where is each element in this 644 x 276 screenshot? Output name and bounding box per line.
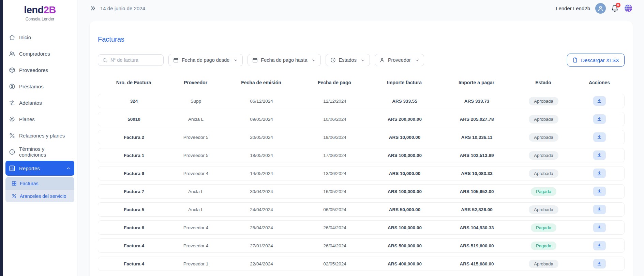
cell-actions [574, 205, 624, 214]
file-icon [572, 57, 578, 63]
chevron-down-icon [361, 58, 365, 62]
cell-payable-amount: ARS 333.73 [441, 99, 513, 104]
cell-status: Aprobada [513, 169, 574, 178]
status-badge: Aprobada [529, 133, 558, 142]
coin-icon [9, 83, 15, 90]
sidebar-item-planes[interactable]: Planes [5, 112, 74, 127]
sidebar-item-reportes[interactable]: Reportes [5, 161, 74, 176]
invoices-table: Nro. de Factura Proveedor Fecha de emisi… [98, 75, 625, 271]
date-from-filter[interactable]: Fecha de pago desde [168, 54, 243, 66]
col-header-nro-de-factura: Nro. de Factura [98, 80, 169, 85]
cell-actions [574, 150, 624, 160]
people-icon [9, 50, 15, 57]
submenu-item-aranceles-del-servicio[interactable]: Aranceles del servicio [5, 190, 74, 202]
cell-actions [574, 187, 624, 196]
notification-bell-icon[interactable]: 0 [611, 4, 619, 12]
cell-provider: Proveedor 5 [170, 153, 222, 158]
sidebar-item-inicio[interactable]: Inicio [5, 30, 74, 45]
user-name: Lender Lend2b [556, 5, 590, 11]
table-row: Factura 1 Proveedor 5 18/05/2024 17/06/2… [98, 148, 625, 162]
cell-payment-date: 16/05/2024 [301, 189, 369, 194]
cell-provider: Supp [170, 99, 222, 104]
cell-payment-date: 06/05/2024 [301, 207, 369, 212]
sidebar-item-adelantos[interactable]: Adelantos [5, 95, 74, 110]
download-row-button[interactable] [593, 132, 606, 142]
table-row: Factura 7 Ancla L 30/04/2024 16/05/2024 … [98, 184, 625, 199]
date-to-filter[interactable]: Fecha de pago hasta [248, 54, 320, 66]
cell-invoice-number: Factura 6 [98, 225, 170, 230]
cell-invoice-number: Factura 5 [98, 207, 170, 212]
col-header-fecha-pago: Fecha de pago [301, 80, 368, 85]
cell-status: Aprobada [513, 151, 574, 160]
download-icon [597, 152, 602, 158]
brand-name-primary: lend [24, 4, 44, 15]
double-chevron-right-icon[interactable] [90, 5, 96, 12]
cell-actions [574, 114, 624, 124]
cell-invoice-amount: ARS 100,000.00 [369, 225, 441, 230]
states-label: Estados [339, 57, 357, 63]
cell-status: Aprobada [513, 205, 574, 214]
download-row-button[interactable] [593, 114, 606, 124]
cell-issue-date: 20/05/2024 [222, 135, 301, 140]
download-row-button[interactable] [593, 169, 606, 178]
invoice-table-body: 324 Supp 06/12/2024 12/12/2024 ARS 333.5… [98, 94, 625, 271]
download-row-button[interactable] [593, 205, 606, 214]
page-title: Facturas [98, 35, 625, 43]
cell-payable-amount: ARS 102,513.89 [441, 153, 513, 158]
date-from-label: Fecha de pago desde [182, 57, 229, 63]
cell-issue-date: 24/04/2024 [222, 207, 301, 212]
download-icon [597, 116, 602, 122]
filters-bar: Fecha de pago desde Fecha de pago hasta [98, 54, 625, 67]
cell-payable-amount: ARS 415,680.00 [441, 261, 513, 266]
download-row-button[interactable] [593, 241, 606, 250]
table-row: Factura 6 Proveedor 4 25/04/2024 26/04/2… [98, 220, 625, 235]
brand-name-secondary: 2B [44, 4, 56, 15]
sidebar-item-terminos-y-condiciones[interactable]: Términos y condiciones [5, 144, 74, 159]
sidebar-item-prestamos[interactable]: Préstamos [5, 79, 74, 94]
sidebar-item-proveedores[interactable]: Proveedores [5, 62, 74, 77]
download-row-button[interactable] [593, 187, 606, 196]
download-icon [597, 225, 602, 230]
search-input[interactable] [110, 57, 159, 63]
user-avatar[interactable] [595, 3, 606, 14]
table-row: Factura 5 Ancla L 24/04/2024 06/05/2024 … [98, 202, 625, 217]
clock-icon [330, 57, 336, 63]
main-area: 14 de junio de 2024 Lender Lend2b 0 [77, 0, 644, 276]
states-filter[interactable]: Estados [326, 54, 370, 66]
cell-issue-date: 22/04/2024 [222, 261, 301, 266]
cell-payment-date: 02/05/2024 [301, 261, 369, 266]
chevron-down-icon [312, 58, 316, 62]
cell-invoice-number: 324 [98, 99, 170, 104]
status-badge: Pagada [531, 223, 556, 232]
submenu-item-label: Aranceles del servicio [20, 193, 66, 199]
submenu-item-facturas[interactable]: Facturas [5, 177, 74, 190]
sidebar-item-label: Proveedores [19, 67, 48, 73]
status-badge: Aprobada [529, 151, 558, 160]
download-row-button[interactable] [593, 259, 606, 268]
sidebar-item-compradores[interactable]: Compradores [5, 46, 74, 61]
download-icon [597, 207, 602, 212]
cell-invoice-number: Factura 1 [98, 153, 170, 158]
status-badge: Aprobada [529, 205, 558, 214]
download-row-button[interactable] [593, 150, 606, 160]
cell-invoice-amount: ARS 50,000.00 [369, 207, 441, 212]
provider-label: Proveedor [388, 57, 411, 63]
sidebar-item-relaciones-y-planes[interactable]: Relaciones y planes [5, 128, 74, 143]
cell-status: Aprobada [513, 260, 574, 268]
language-globe-icon[interactable] [624, 4, 633, 13]
cell-payment-date: 26/04/2024 [301, 243, 369, 248]
download-row-button[interactable] [593, 96, 606, 106]
cell-issue-date: 30/04/2024 [222, 189, 301, 194]
notification-count-badge: 0 [616, 3, 620, 8]
grid-icon [12, 181, 17, 186]
provider-filter[interactable]: Proveedor [375, 54, 424, 66]
date-to-label: Fecha de pago hasta [261, 57, 307, 63]
download-xlsx-button[interactable]: Descargar XLSX [567, 54, 625, 67]
download-row-button[interactable] [593, 223, 606, 232]
sidebar-item-label: Planes [19, 116, 35, 122]
table-row: Factura 4 Proveedor 4 27/01/2024 26/04/2… [98, 238, 625, 253]
sidebar-item-label: Adelantos [19, 100, 42, 106]
cell-invoice-amount: ARS 400,000.00 [369, 261, 441, 266]
calendar-icon [173, 57, 179, 63]
cell-status: Pagada [513, 187, 574, 196]
